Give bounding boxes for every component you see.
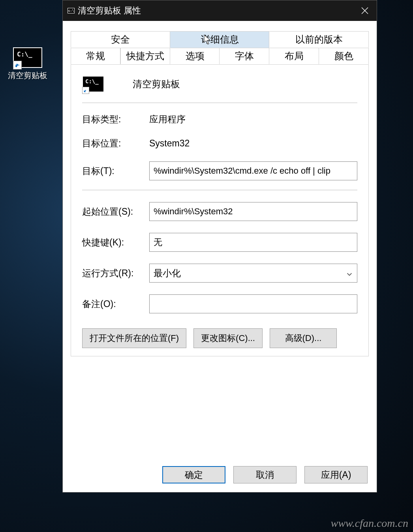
tab-row-bottom: 常规 快捷方式 选项 字体 布局 颜色 — [71, 48, 369, 65]
open-file-location-button[interactable]: 打开文件所在的位置(F) — [82, 328, 186, 348]
desktop-shortcut-label: 清空剪贴板 — [8, 70, 47, 81]
row-run: 运行方式(R): 最小化 — [82, 264, 357, 283]
tab-color[interactable]: 颜色 — [319, 48, 369, 64]
row-comment: 备注(O): — [82, 294, 357, 313]
tab-security[interactable]: 安全 — [71, 31, 170, 48]
value-target-type: 应用程序 — [149, 113, 186, 126]
desktop-background: C:\_ 清空剪贴板 c:\ 清空剪贴板 属性 安全 详细信息 以前的版本 常规… — [0, 0, 413, 532]
tab-options[interactable]: 选项 — [170, 48, 220, 64]
watermark: www.cfan.com.cn — [331, 517, 408, 530]
input-shortcut-key[interactable] — [149, 233, 357, 252]
tab-row-top: 安全 详细信息 以前的版本 — [71, 31, 369, 48]
tab-details[interactable]: 详细信息 — [170, 31, 270, 48]
cmd-icon: C:\_ — [82, 76, 104, 92]
close-button[interactable] — [353, 0, 377, 21]
row-target: 目标(T): — [82, 161, 357, 180]
row-target-type: 目标类型: 应用程序 — [82, 113, 357, 126]
label-target-location: 目标位置: — [82, 137, 149, 150]
select-run-value: 最小化 — [154, 267, 181, 279]
tab-shortcut[interactable]: 快捷方式 — [120, 48, 170, 64]
input-comment[interactable] — [149, 294, 357, 313]
cmd-icon: C:\_ — [13, 47, 42, 68]
row-shortcut-key: 快捷键(K): — [82, 233, 357, 252]
row-target-location: 目标位置: System32 — [82, 137, 357, 150]
action-button-row: 打开文件所在的位置(F) 更改图标(C)... 高级(D)... — [82, 328, 357, 348]
tab-general[interactable]: 常规 — [71, 48, 120, 64]
shortcut-arrow-overlay — [13, 61, 22, 69]
cmd-prompt-text: C:\_ — [17, 51, 32, 58]
dialog-title: 清空剪贴板 属性 — [78, 5, 141, 17]
titlebar-cmd-icon: c:\ — [68, 8, 75, 13]
label-start-in: 起始位置(S): — [82, 206, 149, 218]
properties-dialog: c:\ 清空剪贴板 属性 安全 详细信息 以前的版本 常规 快捷方式 选项 字体… — [62, 0, 377, 493]
chevron-down-icon — [346, 270, 353, 277]
tab-content-shortcut: C:\_ 清空剪贴板 目标类型: 应用程序 目标位置: Syst — [71, 65, 369, 356]
label-run: 运行方式(R): — [82, 267, 149, 279]
shortcut-name: 清空剪贴板 — [133, 78, 180, 90]
cancel-button[interactable]: 取消 — [233, 466, 297, 483]
desktop-shortcut[interactable]: C:\_ 清空剪贴板 — [8, 47, 47, 81]
shortcut-arrow-overlay — [82, 87, 89, 94]
label-comment: 备注(O): — [82, 298, 149, 310]
tabs-area: 安全 详细信息 以前的版本 常规 快捷方式 选项 字体 布局 颜色 C:\_ — [63, 21, 377, 356]
row-start-in: 起始位置(S): — [82, 202, 357, 221]
value-target-location: System32 — [149, 138, 190, 149]
titlebar[interactable]: c:\ 清空剪贴板 属性 — [63, 0, 377, 21]
label-target: 目标(T): — [82, 165, 149, 177]
close-icon — [361, 7, 369, 15]
label-shortcut-key: 快捷键(K): — [82, 236, 149, 249]
apply-button[interactable]: 应用(A) — [304, 466, 368, 483]
divider — [82, 190, 357, 190]
input-target[interactable] — [149, 161, 357, 180]
shortcut-icon-wrap: C:\_ — [82, 76, 104, 92]
shortcut-header: C:\_ 清空剪贴板 — [82, 76, 357, 92]
label-target-type: 目标类型: — [82, 113, 149, 126]
input-start-in[interactable] — [149, 202, 357, 221]
tab-font[interactable]: 字体 — [220, 48, 269, 64]
select-run[interactable]: 最小化 — [149, 264, 357, 283]
divider — [82, 103, 357, 103]
dialog-footer: 确定 取消 应用(A) — [62, 457, 377, 493]
tab-previous-versions[interactable]: 以前的版本 — [269, 31, 369, 48]
ok-button[interactable]: 确定 — [162, 466, 225, 483]
change-icon-button[interactable]: 更改图标(C)... — [193, 328, 263, 348]
advanced-button[interactable]: 高级(D)... — [270, 328, 337, 348]
tab-layout[interactable]: 布局 — [269, 48, 319, 64]
